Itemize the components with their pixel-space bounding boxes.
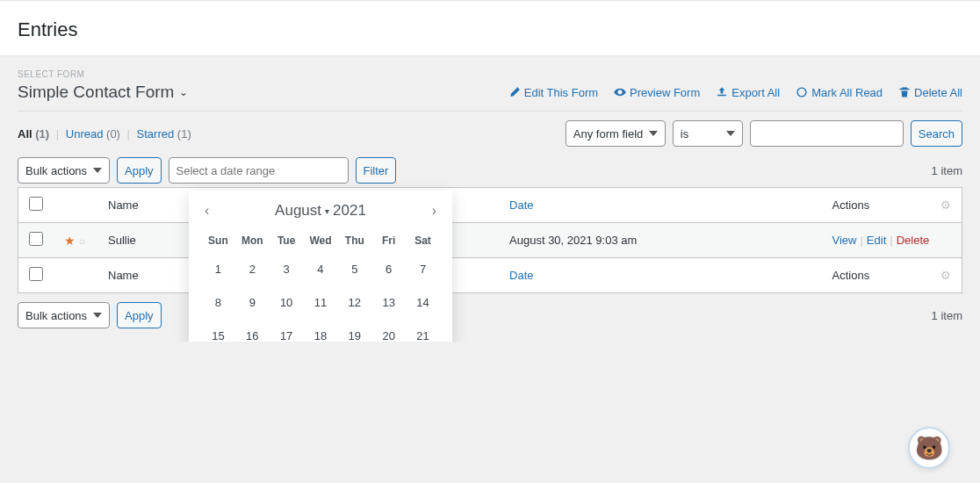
dp-day[interactable]: 14 [409,288,437,316]
trash-icon [898,86,911,98]
pencil-icon [508,86,521,98]
col-actions: Actions [832,198,870,212]
pagination-top: 1 item [932,164,962,177]
dp-day[interactable]: 1 [204,255,232,283]
dp-day[interactable]: 2 [238,255,266,283]
export-all-link[interactable]: Export All [716,86,780,99]
form-name-text: Simple Contact Form [18,83,174,102]
search-field-select[interactable]: Any form field [566,120,666,147]
dp-day[interactable]: 7 [409,255,437,283]
datepicker-next[interactable]: › [429,199,440,222]
cell-date: August 30, 2021 9:03 am [499,223,821,258]
bulk-actions-select[interactable]: Bulk actions [18,157,110,184]
entries-table: Name Comment or Message Date Actions ⚙ ★… [18,187,962,293]
form-toolbar: Edit This Form Preview Form Export All M… [508,86,962,99]
page-header: Entries [0,0,980,56]
status-tabs: All (1) | Unread (0) | Starred (1) [18,127,191,141]
table-row: ★ ○ Sullie Pre-Sale Query August 30, 202… [18,223,962,258]
dp-day[interactable]: 15 [204,321,232,342]
gear-icon[interactable]: ⚙ [940,269,951,282]
dp-day[interactable]: 6 [375,255,403,283]
col-date[interactable]: Date [509,198,533,212]
dp-dow: Wed [304,229,338,252]
dp-dow: Sat [406,229,440,252]
dp-dow: Fri [371,229,406,252]
dp-day[interactable]: 8 [204,288,232,316]
page-title: Entries [18,18,962,41]
dp-day[interactable]: 19 [341,321,369,342]
mark-all-read-link[interactable]: Mark All Read [796,86,883,99]
dp-day[interactable]: 10 [272,288,300,316]
preview-form-link[interactable]: Preview Form [614,86,700,99]
search-group: Any form field is Search [566,120,962,147]
select-all-checkbox-bottom[interactable] [29,267,43,281]
divider [18,111,962,112]
datepicker-popover: ‹ August ▾ 2021 › SunMonTueWedThuFriSat1… [189,191,452,342]
dp-day[interactable]: 16 [238,321,266,342]
tab-unread[interactable]: Unread (0) [66,127,120,141]
actions-row: Bulk actions Apply Filter 1 item ‹ Augus… [18,157,962,184]
search-op-select[interactable]: is [673,120,743,147]
bulk-actions-select-bottom[interactable]: Bulk actions [18,302,110,328]
dp-day[interactable]: 9 [238,288,266,316]
dp-dow: Thu [337,229,371,252]
dp-day[interactable]: 12 [341,288,369,316]
delete-all-link[interactable]: Delete All [898,86,962,99]
datepicker-prev[interactable]: ‹ [201,199,213,222]
dp-day[interactable]: 20 [375,321,403,342]
row-checkbox[interactable] [29,232,43,246]
filter-button[interactable]: Filter [356,157,397,184]
search-value-input[interactable] [750,120,904,147]
form-selector[interactable]: Simple Contact Form ⌄ [18,83,188,102]
datepicker-title[interactable]: August ▾ 2021 [213,202,428,220]
select-all-checkbox[interactable] [29,197,43,211]
search-button[interactable]: Search [911,120,962,147]
gear-icon[interactable]: ⚙ [940,198,951,212]
dp-dow: Sun [201,229,235,252]
dp-dow: Tue [270,229,304,252]
star-filled-icon[interactable]: ★ [64,234,76,248]
view-link[interactable]: View [832,234,857,247]
dp-day[interactable]: 5 [341,255,369,283]
read-indicator-icon[interactable]: ○ [79,235,85,248]
chevron-down-icon: ▾ [325,206,329,216]
edit-link[interactable]: Edit [867,234,886,247]
tab-starred[interactable]: Starred (1) [137,127,191,141]
date-range-input[interactable] [169,157,349,184]
dp-day[interactable]: 17 [272,321,300,342]
dp-day[interactable]: 3 [272,255,300,283]
delete-link[interactable]: Delete [897,234,930,247]
export-icon [716,86,728,98]
circle-icon [796,86,808,98]
edit-form-link[interactable]: Edit This Form [508,86,598,99]
select-form-label: SELECT FORM [18,69,962,79]
dp-day[interactable]: 13 [375,288,403,316]
chevron-down-icon: ⌄ [179,86,188,98]
apply-button-top[interactable]: Apply [117,157,162,184]
dp-dow: Mon [235,229,270,252]
pagination-bottom: 1 item [932,309,962,322]
apply-button-bottom[interactable]: Apply [117,302,162,328]
dp-day[interactable]: 11 [306,288,335,316]
dp-day[interactable]: 18 [306,321,335,342]
dp-day[interactable]: 21 [409,321,437,342]
dp-day[interactable]: 4 [306,255,335,283]
tab-all[interactable]: All (1) [18,127,49,141]
svg-point-0 [797,88,806,97]
eye-icon [614,86,626,98]
